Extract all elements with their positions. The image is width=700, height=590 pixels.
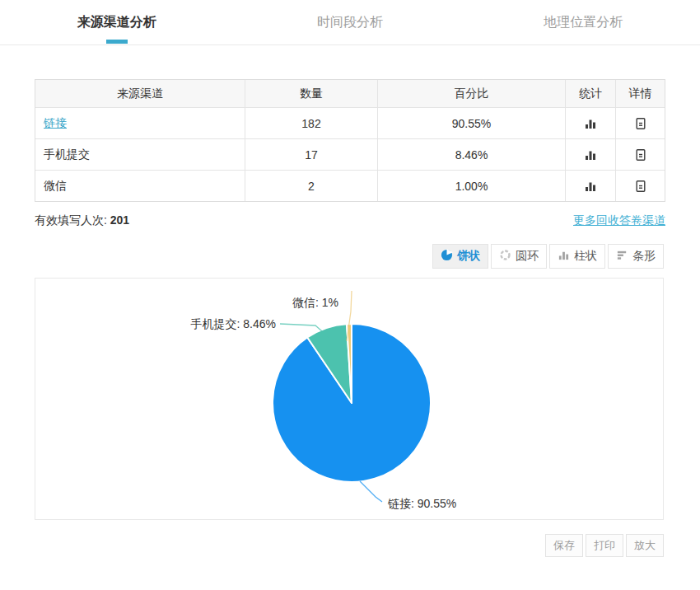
chart-action-buttons: 保存 打印 放大 [545,534,664,557]
pie-label-微信: 微信: 1% [292,296,338,309]
document-icon[interactable] [634,180,647,193]
bar-chart-icon[interactable] [584,117,597,130]
pie-icon [441,249,453,264]
channel-link[interactable]: 链接 [44,116,67,131]
count-cell: 17 [245,138,378,170]
tab-geo-location-analysis[interactable]: 地理位置分析 [467,0,700,44]
more-collect-channels-link[interactable]: 更多回收答卷渠道 [573,213,665,228]
donut-chart-button[interactable]: 圆环 [491,244,547,269]
channel-cell: 手机提交 [35,138,245,170]
summary-value: 201 [110,213,129,227]
donut-icon [499,249,511,264]
hbar-icon [616,249,628,264]
tab-source-channel-analysis[interactable]: 来源渠道分析 [0,0,233,44]
tab-label: 时间段分析 [317,14,383,31]
bar-chart-icon[interactable] [584,148,597,162]
save-button[interactable]: 保存 [545,534,583,557]
chart-type-label: 圆环 [516,249,539,264]
col-header-percent: 百分比 [378,80,566,107]
tab-time-period-analysis[interactable]: 时间段分析 [233,0,466,44]
pie-label-链接: 链接: 90.55% [387,497,456,510]
document-icon[interactable] [634,148,647,162]
table-row: 链接 182 90.55% [35,107,665,138]
pie-label-手机提交: 手机提交: 8.46% [191,317,276,330]
tab-label: 地理位置分析 [544,14,623,31]
table-header-row: 来源渠道 数量 百分比 统计 详情 [35,80,665,107]
col-header-stats: 统计 [566,80,616,107]
valid-responses-summary: 有效填写人次: 201 [35,213,129,228]
table-row: 手机提交 17 8.46% [35,138,665,170]
channel-cell: 微信 [35,170,245,201]
chart-type-label: 条形 [632,249,656,264]
chart-type-label: 饼状 [457,249,480,264]
percent-cell: 8.46% [378,138,566,170]
chart-type-label: 柱状 [574,249,597,264]
tab-label: 来源渠道分析 [77,14,156,31]
pie-chart-container: 链接: 90.55%手机提交: 8.46%微信: 1% [35,278,664,520]
pie-chart-button[interactable]: 饼状 [432,244,488,269]
pie-label-line-链接 [360,481,382,502]
summary-label: 有效填写人次: [35,213,107,227]
count-cell: 2 [245,170,378,201]
print-button[interactable]: 打印 [586,534,623,557]
table-row: 微信 2 1.00% [35,170,665,201]
document-icon[interactable] [634,117,647,130]
col-header-detail: 详情 [616,80,665,107]
bar-chart-icon[interactable] [584,180,597,193]
bar-chart-button[interactable]: 条形 [608,244,664,269]
chart-type-toolbar: 饼状 圆环 柱状 条形 [432,244,664,269]
column-icon [558,249,570,264]
count-cell: 182 [245,107,378,138]
source-channel-table: 来源渠道 数量 百分比 统计 详情 链接 182 90.55% 手机提交 17 … [35,79,665,202]
percent-cell: 90.55% [378,107,566,138]
col-header-count: 数量 [245,80,378,107]
column-chart-button[interactable]: 柱状 [549,244,605,269]
analysis-tabbar: 来源渠道分析 时间段分析 地理位置分析 [0,0,700,45]
zoom-in-button[interactable]: 放大 [626,534,664,557]
col-header-channel: 来源渠道 [35,80,245,107]
percent-cell: 1.00% [378,170,566,201]
active-tab-indicator [106,40,128,44]
pie-chart: 链接: 90.55%手机提交: 8.46%微信: 1% [35,279,663,519]
